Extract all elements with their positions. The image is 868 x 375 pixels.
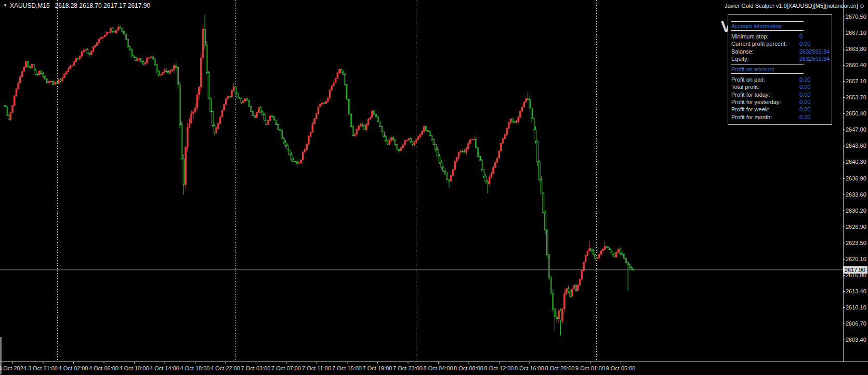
candle	[56, 82, 58, 84]
candle	[450, 173, 452, 182]
time-axis-label: 8 Oct 20:00	[545, 365, 575, 371]
candle	[352, 125, 354, 136]
candle	[366, 123, 367, 131]
candle	[37, 73, 38, 76]
candle	[116, 30, 117, 34]
panel-section-heading: Profit on account	[731, 66, 828, 73]
candle	[239, 98, 240, 99]
candle	[402, 144, 404, 149]
panel-row-label: Balanse:	[731, 48, 754, 55]
price-axis-label: 2610.10	[846, 304, 866, 311]
panel-row-label: Profit for today:	[731, 92, 770, 98]
candle	[318, 107, 319, 114]
ea-panel: Account informationMinimum stop:0Current…	[728, 14, 832, 125]
candle	[350, 113, 352, 127]
panel-separator	[731, 30, 804, 31]
candle	[106, 31, 108, 36]
candle	[553, 289, 554, 312]
candle	[315, 113, 317, 119]
time-axis-label: 8 Oct 08:00	[454, 365, 483, 371]
candle	[410, 137, 412, 143]
candle	[206, 41, 208, 74]
candle	[219, 116, 221, 124]
candle	[504, 134, 506, 139]
candle	[310, 132, 311, 136]
price-axis-label: 2630.20	[846, 208, 866, 214]
candle	[454, 159, 456, 170]
candle	[312, 122, 313, 133]
price-axis-label: 2633.60	[846, 191, 866, 198]
candle	[248, 100, 250, 108]
candle	[41, 70, 42, 75]
symbol-arrow-icon[interactable]: ▼	[3, 3, 7, 8]
candle	[541, 176, 542, 193]
candle	[54, 81, 56, 84]
candle	[25, 61, 27, 68]
candle	[158, 70, 160, 77]
price-axis-label: 2603.40	[846, 337, 866, 343]
candle	[516, 120, 517, 123]
candle	[110, 28, 112, 34]
candle	[360, 123, 362, 127]
candle	[114, 31, 115, 33]
time-axis-label: 4 Oct 06:00	[89, 365, 119, 371]
candle	[112, 27, 113, 32]
candle	[181, 121, 182, 161]
time-axis-label: 4 Oct 10:00	[120, 365, 149, 371]
candle	[102, 36, 104, 40]
candle	[70, 65, 71, 70]
candle	[602, 248, 604, 253]
price-axis-label: 2606.70	[846, 320, 866, 327]
candle	[397, 145, 398, 150]
candle	[477, 146, 479, 158]
candle	[210, 97, 212, 112]
candle	[556, 313, 558, 322]
candle	[87, 48, 88, 54]
candle	[73, 60, 75, 66]
candle	[8, 114, 9, 119]
candle	[166, 69, 167, 72]
candle	[298, 162, 300, 164]
price-axis-label: 2643.60	[846, 143, 866, 149]
candle	[548, 255, 550, 280]
candle	[612, 252, 613, 255]
candle	[72, 64, 73, 67]
candle	[93, 46, 94, 52]
candle	[431, 135, 432, 141]
candle	[150, 55, 152, 58]
time-axis[interactable]: 3 Oct 20243 Oct 21:004 Oct 02:004 Oct 06…	[0, 361, 868, 375]
time-axis-label: 4 Oct 02:00	[59, 365, 88, 371]
candle	[29, 65, 31, 68]
candle	[483, 169, 484, 178]
candle	[604, 241, 606, 250]
candle	[133, 55, 135, 58]
candle	[233, 83, 234, 92]
panel-row-value: 2632593.34	[799, 48, 830, 55]
candle	[537, 140, 538, 166]
candle	[617, 249, 619, 253]
candle	[554, 308, 556, 330]
candle	[564, 290, 565, 313]
candle	[262, 110, 264, 115]
price-axis[interactable]: 2617.90 2670.502667.102663.802660.402657…	[843, 0, 868, 361]
candle	[502, 138, 504, 144]
time-axis-label: 7 Oct 15:00	[332, 365, 362, 371]
candle	[187, 123, 189, 151]
candle	[323, 103, 325, 104]
candle	[364, 125, 365, 131]
candle	[254, 115, 256, 118]
panel-row: Profit for yesterday:0.00	[731, 98, 828, 106]
candle	[179, 82, 181, 128]
candle	[108, 32, 110, 33]
candle	[464, 149, 465, 152]
candle	[391, 137, 392, 142]
candle	[241, 98, 242, 104]
candle	[441, 160, 442, 170]
candle	[325, 101, 327, 104]
candle	[608, 247, 610, 250]
candle	[204, 15, 206, 49]
price-axis-label: 2640.30	[846, 159, 866, 165]
candle	[462, 149, 464, 152]
ea-title-text: Javier Gold Scalper v1.0[XAUUSD][M5][not…	[725, 3, 858, 9]
ea-smiley-icon[interactable]: ☺	[859, 3, 865, 9]
